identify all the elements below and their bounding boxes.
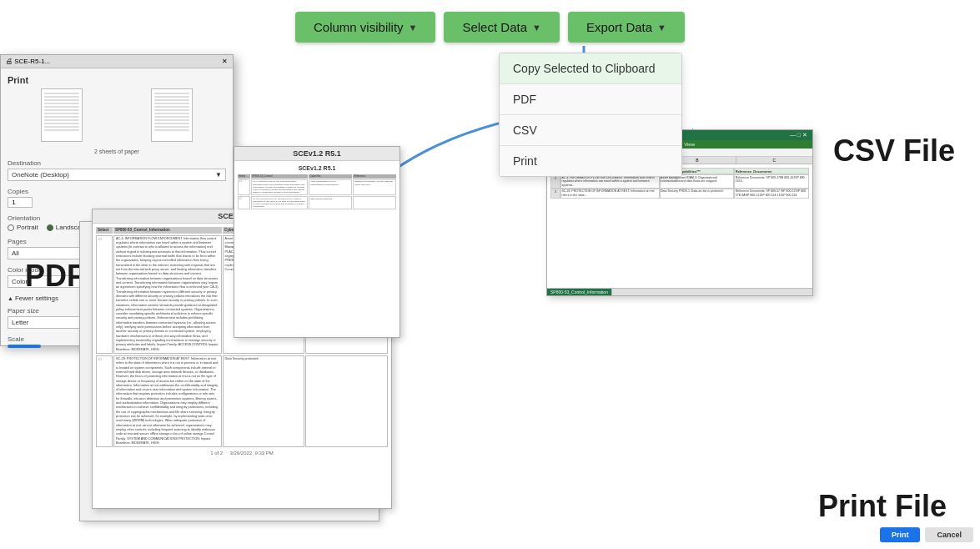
print-scale-slider[interactable] (8, 345, 41, 348)
print-destination-select[interactable]: OneNote (Desktop) ▼ (8, 169, 226, 181)
print-fewer-settings-label: Fewer settings (15, 295, 58, 302)
print-pages-value: All (12, 249, 19, 257)
print-destination-section: Destination OneNote (Desktop) ▼ (8, 159, 226, 181)
column-visibility-label: Column visibility (314, 20, 404, 34)
print-destination-label: Destination (8, 159, 226, 167)
select-data-label: Select Data (462, 20, 527, 34)
csv-option[interactable]: CSV (500, 115, 681, 146)
print-destination-value: OneNote (Desktop) (12, 171, 69, 179)
print-sheets-info: 2 sheets of paper (8, 149, 226, 154)
print-dialog-title: Print (8, 75, 226, 85)
print-copies-section: Copies (8, 188, 226, 208)
print-portrait-label: Portrait (17, 224, 38, 231)
export-dropdown-panel: Copy Selected to Clipboard PDF CSV Print (499, 53, 682, 177)
print-paper-size-value: Letter (12, 319, 28, 326)
print-option[interactable]: Print (500, 146, 681, 176)
print-preview-container (8, 88, 226, 145)
pdf-option[interactable]: PDF (500, 84, 681, 115)
print-fewer-settings-chevron-icon: ▲ (8, 295, 13, 301)
print-landscape-radio (47, 224, 53, 231)
print-portrait-option[interactable]: Portrait (8, 224, 38, 231)
column-visibility-chevron-icon: ▼ (409, 23, 418, 33)
export-data-label: Export Data (586, 20, 652, 34)
print-dialog-titlebar: 🖨 SCE-R5-1... ✕ (1, 55, 233, 68)
print-preview-page1 (41, 88, 83, 142)
print-destination-chevron-icon: ▼ (215, 171, 222, 179)
export-data-button[interactable]: Export Data ▼ (568, 12, 685, 43)
print-cancel-button[interactable]: Cancel (925, 527, 973, 542)
pdf-small-title: SCEv1.2 R5.1 (238, 164, 396, 172)
print-footer: Print Cancel (7, 527, 973, 542)
toolbar: Column visibility ▼ Select Data ▼ Export… (0, 0, 980, 54)
select-data-chevron-icon: ▼ (532, 23, 541, 33)
csv-window-controls: — □ ✕ (790, 132, 807, 139)
pdf-small-header: SCEv1.2 R5.1 (234, 147, 400, 161)
csv-menu-view[interactable]: View (684, 142, 695, 147)
print-copies-label: Copies (8, 188, 226, 195)
print-dialog-window-controls: ✕ (222, 58, 228, 65)
print-file-label: Print File (818, 489, 947, 524)
print-confirm-button[interactable]: Print (880, 527, 921, 542)
select-data-button[interactable]: Select Data ▼ (444, 12, 559, 43)
column-visibility-button[interactable]: Column visibility ▼ (295, 12, 435, 43)
pdf-page-number: 1 of 2 3/29/2022, 9:33 PM (96, 451, 388, 457)
print-copies-row (8, 197, 226, 208)
export-data-chevron-icon: ▼ (657, 23, 666, 33)
print-portrait-radio (8, 224, 14, 231)
print-copies-input[interactable] (8, 197, 33, 208)
copy-to-clipboard-option[interactable]: Copy Selected to Clipboard (500, 53, 681, 84)
print-preview-page2 (151, 88, 193, 142)
print-dialog-app-title: 🖨 SCE-R5-1... (6, 58, 50, 65)
pdf-small-overlay: SCEv1.2 R5.1 SCEv1.2 R5.1 Select SP800-5… (234, 146, 400, 338)
csv-file-label: CSV File (833, 133, 955, 169)
